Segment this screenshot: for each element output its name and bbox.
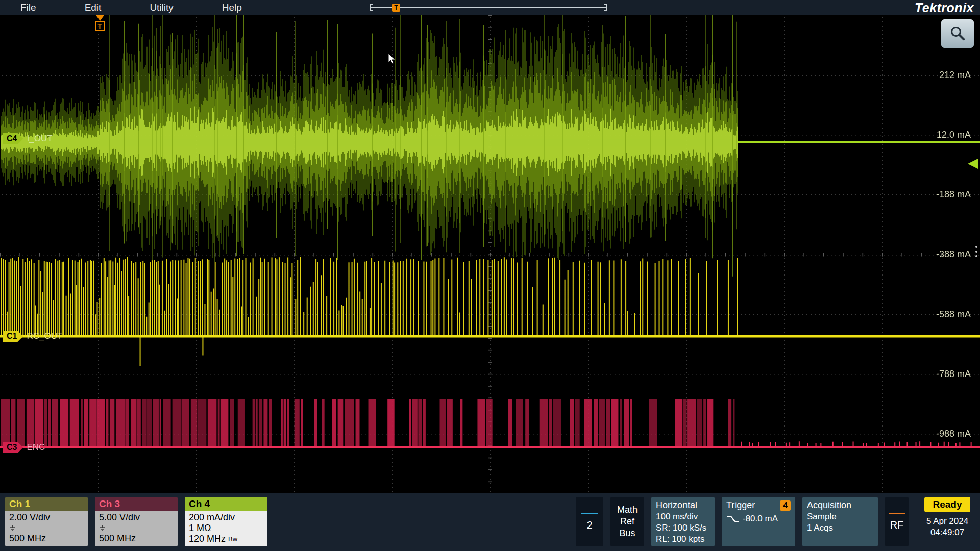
trigger-level: -80.0 mA [743,513,778,524]
trace-label-ch4[interactable]: C4 I_OUT [3,133,53,144]
trigger-position-marker[interactable]: T [392,4,400,12]
trigger-title: Trigger [726,499,755,511]
bw-value: 120 MHz [189,534,226,544]
trace-name: I_OUT [27,134,52,144]
acquisition-panel[interactable]: Acquisition Sample 1 Acqs [802,497,878,546]
scale-label: 12.0 mA [937,130,971,140]
ground-coupling-icon [9,525,16,531]
zoom-button[interactable] [941,19,974,48]
ground-coupling-icon [99,525,106,531]
channel-tag-c1: C1 [3,331,23,342]
mouse-cursor [388,53,397,67]
time: 04:49:07 [926,527,968,538]
scale-label: -588 mA [936,309,971,320]
channel-name: Ch 1 [5,497,88,511]
acquisition-mode: Sample [807,511,873,522]
trigger-point-arrow-icon[interactable] [96,15,104,21]
bw-limit-label: Bw [228,535,237,543]
menu-utility[interactable]: Utility [150,2,173,13]
date-time: 5 Apr 2024 04:49:07 [926,516,968,538]
math-label: Math [617,505,638,515]
channel-scale: 2.00 V/div [9,512,84,523]
menu-edit[interactable]: Edit [85,2,102,13]
scale-label: 212 mA [939,70,971,81]
waveform-canvas[interactable] [0,15,980,493]
menu-items: File Edit Utility Help [0,2,242,13]
channel-impedance: 1 MΩ [189,523,263,534]
channel-bandwidth: 500 MHz [9,533,84,544]
trace-label-ch1[interactable]: C1 RC_OUT [3,331,62,342]
acquisition-count: 1 Acqs [807,522,873,534]
trace-name: ENC [27,442,45,453]
math-ref-bus-button[interactable]: Math Ref Bus [610,497,644,546]
horizontal-scale: 100 ms/div [656,511,710,522]
menu-help[interactable]: Help [222,2,242,13]
trigger-panel[interactable]: Trigger 4 -80.0 mA [722,497,795,546]
scale-label: -788 mA [936,369,971,380]
waveform-view-button[interactable]: 2 [576,497,603,546]
status-badge[interactable]: Ready [924,497,970,512]
magnifier-icon [949,25,966,42]
rf-label: RF [890,519,904,531]
sample-rate: SR: 100 kS/s [656,522,710,534]
channel-scale: 5.00 V/div [99,512,174,523]
record-length: RL: 100 kpts [656,534,710,545]
ref-label: Ref [620,516,634,527]
scale-label: -188 mA [936,189,971,200]
channel-scale: 200 mA/div [189,512,263,523]
horizontal-title: Horizontal [656,499,710,511]
menu-bar: File Edit Utility Help T Tektronix [0,0,980,15]
waveform-view-label: 2 [586,519,592,531]
scale-label: -988 mA [936,429,971,439]
menu-file[interactable]: File [20,2,36,13]
coupling-row [99,525,174,531]
indicator-right-bracket [604,4,607,11]
channel-bandwidth: 500 MHz [99,533,174,544]
trigger-point-marker[interactable]: T [95,21,105,31]
channel-name: Ch 3 [95,497,178,511]
more-indicator-dots [975,246,977,257]
channel-badge-ch4[interactable]: Ch 4 200 mA/div 1 MΩ 120 MHz Bw [185,497,267,546]
horizontal-position-indicator[interactable]: T [371,4,606,12]
channel-badge-ch1[interactable]: Ch 1 2.00 V/div 500 MHz [5,497,88,546]
blue-trace-icon [581,513,598,514]
rf-button[interactable]: RF [885,497,909,546]
coupling-row [9,525,84,531]
date: 5 Apr 2024 [926,516,968,527]
channel-bandwidth: 120 MHz Bw [189,534,263,544]
waveform-display: T 212 mA 12.0 mA -188 mA -388 mA -588 mA… [0,15,980,493]
bus-label: Bus [619,528,635,539]
channel-badge-ch3[interactable]: Ch 3 5.00 V/div 500 MHz [95,497,178,546]
acquisition-status-block: Ready 5 Apr 2024 04:49:07 [919,497,976,538]
trace-name: RC_OUT [27,331,62,341]
rf-trace-icon [889,513,905,514]
channel-tag-c4: C4 [3,133,23,144]
scale-label: -388 mA [936,249,971,260]
horizontal-panel[interactable]: Horizontal 100 ms/div SR: 100 kS/s RL: 1… [651,497,715,546]
acquisition-title: Acquisition [807,499,873,511]
trigger-source-badge: 4 [780,500,791,511]
trace-label-ch3[interactable]: C3 ENC [3,442,45,453]
status-bar: Ch 1 2.00 V/div 500 MHz Ch 3 5.00 V/div … [0,493,980,551]
tektronix-logo: Tektronix [915,1,980,15]
falling-edge-icon [726,514,740,523]
channel-tag-c3: C3 [3,442,23,453]
indicator-line [371,7,606,8]
channel-name: Ch 4 [185,497,267,511]
